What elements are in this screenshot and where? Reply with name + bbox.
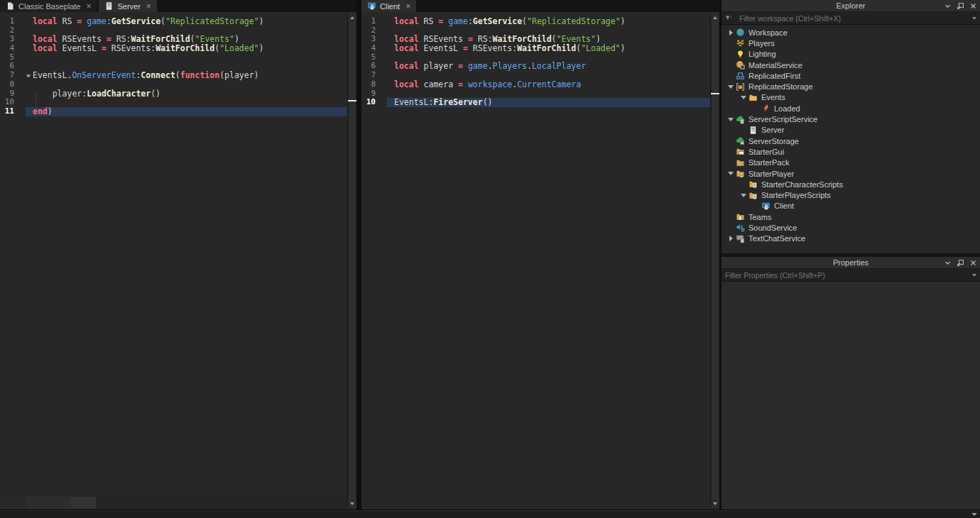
chevron-down-icon[interactable] bbox=[726, 82, 736, 92]
vertical-scrollbar[interactable] bbox=[710, 13, 719, 508]
explorer-filter-bar bbox=[722, 12, 980, 25]
chevron-down-icon[interactable] bbox=[726, 114, 736, 124]
pane-divider[interactable] bbox=[356, 0, 361, 509]
tab-client[interactable]: Client× bbox=[361, 0, 416, 12]
filter-dropdown-caret-icon[interactable] bbox=[972, 274, 976, 277]
line-number: 10 bbox=[0, 98, 26, 107]
scroll-down-button[interactable] bbox=[711, 499, 719, 508]
explorer-item-events[interactable]: Events bbox=[722, 92, 980, 103]
fold-spacer bbox=[387, 71, 394, 80]
client-code-editor[interactable]: 1local RS = game:GetService("ReplicatedS… bbox=[361, 12, 710, 509]
code-text: player:LoadCharacter() bbox=[33, 89, 347, 99]
close-icon[interactable] bbox=[969, 259, 977, 267]
horizontal-scrollbar[interactable] bbox=[0, 497, 347, 509]
corner-caret-icon[interactable] bbox=[971, 513, 977, 516]
close-icon[interactable] bbox=[969, 2, 977, 10]
properties-header[interactable]: Properties bbox=[722, 257, 980, 269]
chevron-down-icon[interactable] bbox=[944, 2, 952, 10]
fold-spacer bbox=[26, 17, 33, 26]
explorer-item-textchatservice[interactable]: TextChatService bbox=[722, 233, 980, 244]
explorer-item-starterpack[interactable]: StarterPack bbox=[722, 158, 980, 168]
explorer-item-teams[interactable]: Teams bbox=[722, 211, 980, 222]
explorer-item-replicatedfirst[interactable]: ReplicatedFirst bbox=[722, 70, 980, 81]
code-line-8[interactable]: 8local camera = workspace.CurrentCamera bbox=[361, 80, 710, 89]
tab-server[interactable]: Server× bbox=[99, 0, 156, 12]
tab-label: Server bbox=[117, 2, 140, 11]
code-text: local camera = workspace.CurrentCamera bbox=[394, 80, 710, 89]
explorer-item-label: StarterPlayerScripts bbox=[761, 191, 831, 199]
chevron-down-icon[interactable] bbox=[726, 169, 736, 179]
arrow-spacer bbox=[726, 136, 736, 146]
explorer-item-loaded[interactable]: Loaded bbox=[722, 103, 980, 114]
server-code-editor[interactable]: 1local RS = game:GetService("ReplicatedS… bbox=[0, 12, 347, 509]
code-line-4[interactable]: 4local EventsL = RSEvents:WaitForChild("… bbox=[361, 44, 710, 53]
server-script-service-icon bbox=[736, 115, 745, 124]
chevron-down-icon[interactable] bbox=[739, 92, 748, 102]
explorer-item-starterplayerscripts[interactable]: StarterPlayerScripts bbox=[722, 189, 980, 200]
tab-label: Client bbox=[380, 2, 400, 11]
code-line-7[interactable]: 7EventsL.OnServerEvent:Connect(function(… bbox=[0, 71, 347, 80]
tab-close-button[interactable]: × bbox=[86, 3, 91, 10]
tab-close-button[interactable]: × bbox=[405, 3, 410, 10]
explorer-item-startergui[interactable]: StarterGui bbox=[722, 146, 980, 157]
explorer-item-replicatedstorage[interactable]: ReplicatedStorage bbox=[722, 81, 980, 92]
fold-spacer bbox=[26, 98, 33, 107]
chevron-down-icon[interactable] bbox=[739, 190, 748, 200]
explorer-panel: Explorer WorkspacePlayersLightingMateria… bbox=[722, 0, 980, 253]
undock-icon[interactable] bbox=[957, 2, 964, 10]
arrow-spacer bbox=[726, 60, 736, 70]
chevron-right-icon[interactable] bbox=[726, 28, 736, 38]
explorer-header[interactable]: Explorer bbox=[722, 0, 980, 12]
explorer-item-starterplayer[interactable]: StarterPlayer bbox=[722, 168, 980, 179]
fold-spacer bbox=[26, 26, 33, 35]
code-line-9[interactable]: 9 player:LoadCharacter() bbox=[0, 89, 347, 99]
code-line-10[interactable]: 10EventsL:FireServer() bbox=[361, 98, 710, 107]
fold-spacer bbox=[387, 17, 394, 26]
code-line-6[interactable]: 6local player = game.Players.LocalPlayer bbox=[361, 62, 710, 71]
server-script-editor-pane: Classic Baseplate×Server× 1local RS = ga… bbox=[0, 0, 356, 509]
replicated-first-icon bbox=[736, 71, 745, 80]
explorer-item-serverstorage[interactable]: ServerStorage bbox=[722, 136, 980, 146]
code-line-4[interactable]: 4local EventsL = RSEvents:WaitForChild("… bbox=[0, 44, 347, 53]
line-number: 4 bbox=[361, 44, 387, 53]
arrow-spacer bbox=[726, 212, 736, 222]
fold-spacer bbox=[387, 62, 394, 71]
explorer-item-label: Events bbox=[761, 93, 785, 101]
fold-arrow-icon[interactable] bbox=[26, 71, 33, 80]
scrollbar-thumb[interactable] bbox=[349, 22, 356, 499]
scroll-up-button[interactable] bbox=[348, 13, 356, 22]
explorer-item-workspace[interactable]: Workspace bbox=[722, 27, 980, 38]
explorer-item-soundservice[interactable]: SoundService bbox=[722, 222, 980, 233]
fold-spacer bbox=[387, 44, 394, 53]
explorer-item-label: StarterPack bbox=[748, 158, 789, 167]
filter-funnel-icon[interactable] bbox=[725, 14, 736, 22]
explorer-item-startercharacterscripts[interactable]: StarterCharacterScripts bbox=[722, 179, 980, 189]
code-line-5[interactable]: 5 bbox=[0, 53, 347, 62]
chevron-down-icon[interactable] bbox=[944, 259, 952, 267]
hscroll-thumb[interactable] bbox=[71, 497, 96, 509]
explorer-item-serverscriptservice[interactable]: ServerScriptService bbox=[722, 114, 980, 124]
scroll-up-button[interactable] bbox=[711, 13, 719, 22]
hscroll-segment bbox=[0, 497, 26, 509]
code-line-1[interactable]: 1local RS = game:GetService("ReplicatedS… bbox=[361, 17, 710, 26]
triangle-up-icon bbox=[350, 16, 354, 19]
explorer-item-server[interactable]: Server bbox=[722, 125, 980, 136]
explorer-item-lighting[interactable]: Lighting bbox=[722, 49, 980, 60]
undock-icon[interactable] bbox=[957, 259, 964, 267]
filter-dropdown-caret-icon[interactable] bbox=[972, 17, 976, 20]
vertical-scrollbar[interactable] bbox=[347, 13, 356, 508]
line-number: 8 bbox=[0, 80, 26, 89]
explorer-item-players[interactable]: Players bbox=[722, 38, 980, 48]
scroll-down-button[interactable] bbox=[348, 499, 356, 508]
properties-filter-input[interactable] bbox=[725, 271, 969, 280]
chevron-right-icon[interactable] bbox=[726, 233, 736, 243]
code-line-11[interactable]: 11end) bbox=[0, 107, 347, 116]
hscroll-segment bbox=[26, 497, 71, 509]
explorer-item-materialservice[interactable]: MaterialService bbox=[722, 60, 980, 70]
explorer-item-client[interactable]: Client bbox=[722, 201, 980, 211]
tab-close-button[interactable]: × bbox=[146, 3, 151, 10]
code-line-1[interactable]: 1local RS = game:GetService("ReplicatedS… bbox=[0, 17, 347, 26]
script-icon bbox=[748, 126, 758, 135]
tab-classic-baseplate[interactable]: Classic Baseplate× bbox=[0, 0, 97, 12]
explorer-filter-input[interactable] bbox=[739, 14, 969, 23]
